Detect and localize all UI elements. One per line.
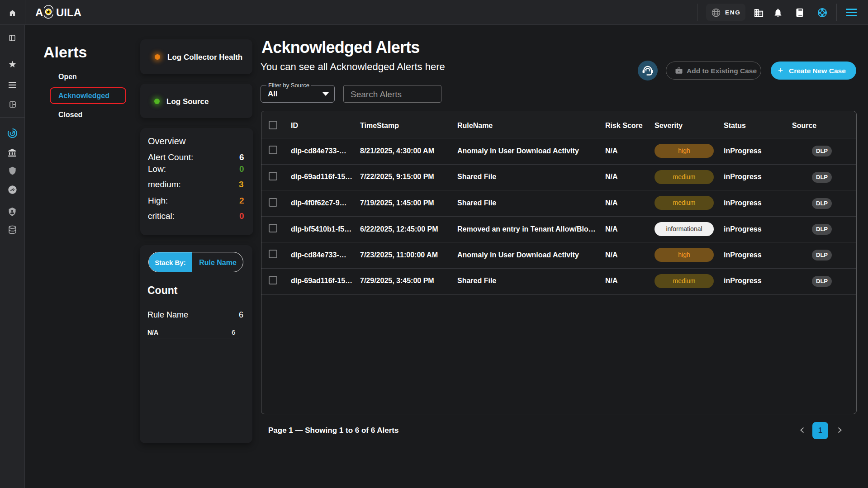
svg-text:UILA: UILA — [56, 6, 81, 19]
svg-text:A: A — [35, 6, 43, 19]
